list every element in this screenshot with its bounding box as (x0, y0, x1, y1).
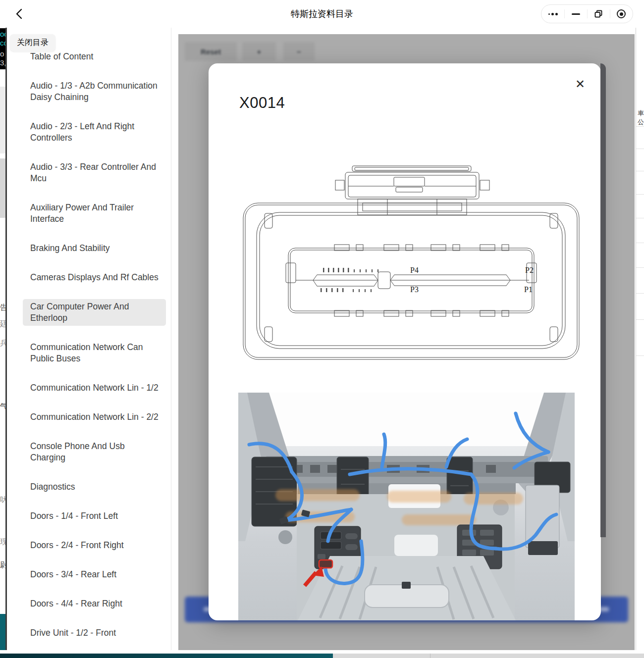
target-icon[interactable] (610, 5, 633, 23)
taskbar-gray-segment (333, 654, 644, 658)
left-edge-gray-block2 (0, 158, 5, 218)
label-p2: P2 (525, 266, 534, 274)
taskbar-divider (430, 654, 430, 658)
left-edge-teal-bottom (0, 614, 5, 653)
toc-item[interactable]: Car Computer Power And Etherloop (23, 299, 166, 326)
edge-text-fragment: 现 (0, 537, 5, 547)
title-bar: 特斯拉资料目录 (0, 0, 644, 28)
more-icon[interactable] (541, 5, 564, 23)
toc-item[interactable]: Communication Network Lin - 2/2 (23, 409, 166, 425)
restore-icon[interactable] (587, 5, 610, 23)
zoom-in-button[interactable]: + (242, 42, 276, 61)
close-icon[interactable]: ✕ (575, 78, 585, 90)
reset-button[interactable]: Reset (185, 42, 237, 61)
toc-item[interactable]: Audio - 3/3 - Rear Controller And Mcu (23, 159, 166, 186)
edge-text-fragment: o (0, 50, 4, 58)
toc-item[interactable]: Cameras Displays And Rf Cables (23, 270, 166, 285)
background-page-left-edge: occoo3,告廷兵气吠现尉 (0, 0, 5, 658)
toc-item[interactable]: Auxiliary Power And Trailer Interface (23, 200, 166, 227)
toc-item[interactable]: Audio - 1/3 - A2b Communication Daisy Ch… (23, 78, 166, 105)
toc-item[interactable]: Braking And Stability (23, 241, 166, 256)
toc-item[interactable]: Audio - 2/3 - Left And Right Controllers (23, 119, 166, 146)
toc-item[interactable]: Doors - 4/4 - Rear Right (23, 596, 166, 611)
label-p4: P4 (410, 266, 419, 274)
toc-item[interactable]: Console Phone And Usb Charging (23, 439, 166, 465)
modal-scrollbar[interactable] (600, 63, 606, 537)
window-controls (541, 4, 633, 23)
bottom-white-band (0, 650, 644, 654)
edge-text-fragment: 公 (638, 118, 644, 127)
edge-text-fragment: 吠 (0, 495, 5, 505)
toc-item[interactable]: Doors - 3/4 - Rear Left (23, 567, 166, 582)
toc-item[interactable]: Doors - 1/4 - Front Left (23, 508, 166, 524)
toc-item[interactable]: Doors - 2/4 - Front Right (23, 538, 166, 553)
label-p1: P1 (524, 285, 533, 294)
taskbar-teal-segment (0, 654, 333, 658)
background-page-right-edge: 車公 (636, 0, 644, 658)
edge-text-fragment: 尉 (0, 560, 5, 570)
left-edge-gray-block (0, 87, 5, 153)
edge-text-fragment: 气 (0, 402, 5, 411)
bottom-edge-bar (0, 654, 644, 658)
edge-text-fragment: 兵 (0, 339, 5, 348)
toc-item[interactable]: Drive Unit - 1/2 - Front (23, 625, 166, 641)
connector-id-title: X0014 (239, 94, 285, 112)
minimize-icon[interactable] (564, 5, 587, 23)
edge-text-fragment: 3, (0, 58, 5, 67)
toc-list: Table of ContentAudio - 1/3 - A2b Commun… (23, 49, 166, 650)
toc-item[interactable]: Communication Network Can Public Buses (23, 340, 166, 366)
zoom-out-button[interactable]: − (283, 42, 315, 61)
edge-text-fragment: oc (0, 30, 5, 38)
connector-detail-modal: ✕ X0014 (209, 63, 601, 620)
highlighted-connector (319, 560, 332, 568)
app-window: occoo3,告廷兵气吠现尉 車公 Reset + − 特斯拉资料目录 (0, 0, 644, 658)
toc-item[interactable]: Communication Network Lin - 1/2 (23, 380, 166, 396)
connector-face-diagram: P4 P2 P3 P1 (243, 165, 580, 360)
edge-text-fragment: co (0, 39, 5, 47)
sidebar-scrollbar[interactable] (5, 28, 7, 650)
edge-text-fragment: 車 (638, 109, 644, 118)
edge-text-fragment: 告 (0, 303, 5, 312)
close-directory-tooltip[interactable]: 关闭目录 (10, 34, 55, 51)
harness-location-photo (238, 393, 575, 620)
label-p3: P3 (410, 285, 419, 294)
edge-text-fragment: 廷 (0, 319, 5, 329)
table-of-contents-panel: Table of ContentAudio - 1/3 - A2b Commun… (5, 28, 171, 650)
toc-item[interactable]: Diagnostics (23, 479, 166, 495)
